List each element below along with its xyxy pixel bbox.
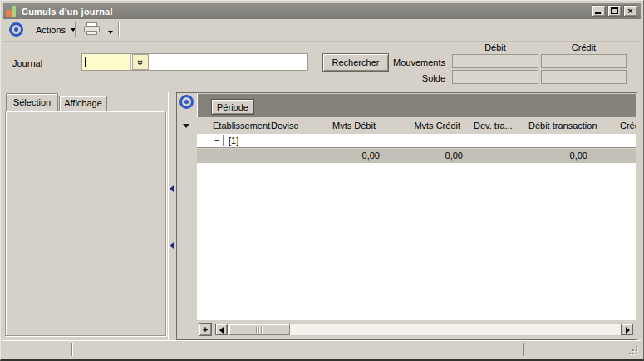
horizontal-scrollbar[interactable] [214,323,634,336]
scrollbar-thumb[interactable] [229,324,290,335]
close-icon: × [624,5,637,17]
results-grid: Période Etablissement Devise Mvts Débit … [176,92,637,340]
arrow-left-icon [219,327,224,334]
group-row-label: [1] [229,136,238,146]
grid-bottom-bar: + [197,320,636,339]
journal-description [150,54,307,70]
resize-grip[interactable] [627,344,637,354]
solde-label: Solde [366,73,445,83]
journal-combobox: » [81,53,308,71]
title-bar: Cumuls d'un journal × [3,3,641,19]
collapse-left-icon[interactable] [170,185,174,192]
maximize-button[interactable] [607,5,622,17]
text-caret [85,57,86,67]
double-chevron-icon: » [135,60,145,66]
window-title: Cumuls d'un journal [22,7,113,17]
chevron-down-icon [108,31,113,34]
bullseye-icon[interactable] [179,95,194,109]
panel-splitter[interactable] [168,92,175,340]
column-header-mvts-debit[interactable]: Mvts Débit [276,121,376,131]
credit-column-label: Crédit [541,42,627,52]
mouvements-credit-field [541,54,627,68]
column-header-etablissement[interactable]: Etablissement [213,121,270,131]
solde-debit-field [452,70,538,84]
group-by-band: Période [197,94,636,117]
print-dropdown-button[interactable] [104,21,116,39]
actions-label: Actions [36,25,66,35]
debit-column-label: Débit [452,42,538,52]
journal-label: Journal [12,58,42,68]
printer-icon [83,22,101,36]
bar-chart-icon [5,6,17,17]
journal-lookup-button[interactable]: » [132,54,149,70]
mouvements-debit-field [452,54,538,68]
column-header-credit-transaction[interactable]: Créd [620,121,636,131]
toolbar: Actions [3,19,641,42]
column-header-mvts-credit[interactable]: Mvts Crédit [376,121,460,131]
column-header-debit-transaction[interactable]: Débit transaction [528,121,597,131]
grid-body [197,163,636,320]
status-divider [71,343,73,356]
tab-affichage[interactable]: Affichage [59,96,107,111]
print-button[interactable] [81,21,103,39]
status-divider [523,343,524,356]
toolbar-separator [75,22,76,37]
bullseye-icon[interactable] [9,22,23,37]
totals-row: 0,00 0,00 0,00 [197,149,636,163]
solde-credit-field [541,70,627,84]
tab-selection[interactable]: Sélection [6,93,58,111]
add-row-button[interactable]: + [199,323,212,336]
total-mvts-credit: 0,00 [380,151,463,161]
total-debit-transaction: 0,00 [504,151,587,161]
status-bar [3,340,641,357]
group-row: − [1] [197,134,636,148]
application-window: Cumuls d'un journal × Actions Journal » … [0,0,644,361]
journal-code-input[interactable] [82,54,131,70]
minimize-button[interactable] [592,5,606,17]
group-by-periode-button[interactable]: Période [211,99,254,115]
mouvements-label: Mouvements [366,57,445,67]
scroll-right-button[interactable] [621,324,633,335]
window-controls: × [592,5,637,17]
scroll-left-button[interactable] [215,324,228,335]
toolbar-separator [118,22,120,37]
column-header-dev-transaction[interactable]: Dev. tra... [474,121,513,131]
collapse-group-button[interactable]: − [211,135,224,146]
maximize-icon [611,7,618,14]
selection-panel [5,111,166,336]
minimize-icon [595,12,601,14]
close-button[interactable]: × [623,5,637,17]
arrow-right-icon [626,327,630,334]
grid-header-row: Etablissement Devise Mvts Débit Mvts Cré… [197,117,636,134]
collapse-left-icon[interactable] [170,242,174,249]
total-mvts-debit: 0,00 [297,151,380,161]
row-selector-dropdown-icon[interactable] [183,124,189,128]
